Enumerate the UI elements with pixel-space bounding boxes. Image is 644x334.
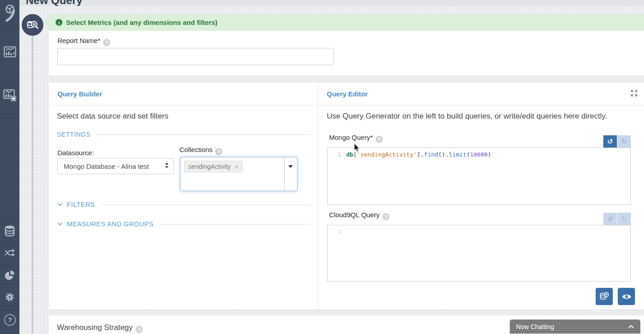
shuffle-icon[interactable] bbox=[0, 248, 19, 258]
divider bbox=[160, 224, 310, 224]
logo-icon[interactable] bbox=[0, 4, 19, 23]
collection-tag[interactable]: sendingActivity× bbox=[184, 161, 243, 172]
chevron-up-icon bbox=[628, 325, 634, 329]
query-editor-panel: Query Editor Use Query Generator on the … bbox=[318, 83, 644, 310]
measures-section-header[interactable]: MEASURES AND GROUPS bbox=[57, 220, 310, 228]
mongo-query-label: Mongo Query*? bbox=[329, 134, 383, 143]
sidebar-divider bbox=[0, 220, 19, 221]
sidebar-divider bbox=[0, 113, 19, 114]
datasource-label: Datasource: bbox=[57, 149, 94, 157]
report-name-label: Report Name*? bbox=[57, 37, 110, 46]
divider bbox=[101, 205, 310, 205]
settings-section-header: SETTINGS bbox=[57, 131, 310, 138]
collections-multiselect[interactable]: sendingActivity× bbox=[180, 157, 297, 191]
help-icon[interactable]: ? bbox=[0, 314, 19, 326]
cloud9ql-query-editor[interactable]: 1 bbox=[327, 225, 631, 282]
page-title: New Query bbox=[26, 0, 82, 6]
query-builder-panel: Query Builder Select data source and set… bbox=[49, 83, 318, 310]
query-editor-title: Query Editor bbox=[327, 90, 368, 98]
page-header: New Query bbox=[19, 0, 644, 6]
query-builder-subtitle: Select data source and set filters bbox=[57, 112, 169, 121]
sidebar-divider bbox=[0, 28, 19, 28]
filters-label: FILTERS bbox=[67, 201, 95, 208]
report-name-input[interactable] bbox=[57, 48, 334, 65]
chat-label: Now Chatting bbox=[516, 323, 554, 330]
chat-widget-bar[interactable]: Now Chatting bbox=[510, 320, 640, 334]
line-number: 1 bbox=[328, 151, 341, 158]
filters-section-header[interactable]: FILTERS bbox=[57, 201, 310, 208]
undo-button[interactable]: ↺ bbox=[603, 135, 617, 148]
report-name-help-icon[interactable]: ? bbox=[103, 39, 110, 46]
add-to-warehouse-button[interactable] bbox=[596, 288, 613, 305]
datasources-icon[interactable] bbox=[0, 225, 19, 237]
banner-notch bbox=[43, 16, 49, 28]
settings-gear-icon[interactable] bbox=[0, 292, 19, 302]
sidebar-divider bbox=[0, 265, 19, 265]
info-icon: i bbox=[56, 19, 62, 26]
sidebar: ? bbox=[0, 0, 19, 334]
line-number: 1 bbox=[328, 229, 341, 235]
datasource-value: Mongo Database - Alina test bbox=[64, 162, 149, 170]
preview-button[interactable] bbox=[618, 288, 635, 305]
cloud9ql-help-icon[interactable]: ? bbox=[382, 213, 390, 220]
remove-tag-icon[interactable]: × bbox=[235, 163, 238, 170]
collections-dropdown-toggle[interactable] bbox=[284, 157, 297, 191]
eye-icon bbox=[621, 293, 632, 301]
warehousing-help-icon[interactable]: ? bbox=[136, 326, 143, 333]
query-panel: Query Builder Select data source and set… bbox=[49, 83, 644, 310]
pie-chart-icon[interactable] bbox=[0, 270, 19, 281]
mongo-undo-redo: ↺ ↻ bbox=[603, 135, 631, 148]
query-actions bbox=[596, 288, 635, 305]
question-glyph: ? bbox=[8, 316, 12, 324]
caret-down-icon bbox=[288, 165, 293, 168]
redo-button[interactable]: ↻ bbox=[617, 213, 631, 225]
metrics-card: i Select Metrics (and any dimensions and… bbox=[49, 14, 644, 76]
mongo-query-editor[interactable]: 1 db['sendingActivity'].find().limit(100… bbox=[327, 148, 631, 205]
chevron-down-icon bbox=[57, 203, 63, 206]
warehousing-title: Warehousing Strategy? bbox=[57, 323, 143, 333]
sidebar-divider bbox=[0, 287, 19, 288]
measures-label: MEASURES AND GROUPS bbox=[67, 220, 154, 228]
database-plus-icon bbox=[599, 291, 609, 301]
select-metrics-banner: i Select Metrics (and any dimensions and… bbox=[49, 14, 644, 31]
expand-icon[interactable] bbox=[630, 89, 638, 97]
dashboards-icon[interactable] bbox=[0, 46, 19, 58]
collections-tags: sendingActivity× bbox=[184, 161, 282, 172]
collections-help-icon[interactable]: ? bbox=[215, 148, 222, 155]
select-arrows-icon bbox=[165, 162, 169, 168]
chevron-down-icon bbox=[57, 222, 63, 226]
mongo-code-text: db['sendingActivity'].find().limit(10000… bbox=[346, 151, 491, 158]
collections-label: Collections? bbox=[179, 146, 222, 155]
divider bbox=[96, 134, 310, 135]
new-widget-icon[interactable] bbox=[0, 89, 19, 104]
mongo-query-help-icon[interactable]: ? bbox=[376, 136, 383, 143]
sidebar-divider bbox=[0, 84, 19, 84]
query-editor-intro: Use Query Generator on the left to build… bbox=[327, 112, 607, 121]
sidebar-divider bbox=[0, 243, 19, 243]
undo-button[interactable]: ↺ bbox=[603, 213, 617, 225]
query-builder-title: Query Builder bbox=[57, 90, 102, 98]
stepper-line bbox=[32, 25, 33, 334]
settings-label: SETTINGS bbox=[57, 131, 90, 138]
cloud9ql-query-label: Cloud9QL Query? bbox=[329, 211, 390, 220]
redo-button[interactable]: ↻ bbox=[617, 135, 631, 148]
banner-text: Select Metrics (and any dimensions and f… bbox=[66, 19, 217, 26]
cloud9ql-undo-redo: ↺ ↻ bbox=[603, 213, 631, 225]
sidebar-divider bbox=[0, 309, 19, 310]
datasource-select[interactable]: Mongo Database - Alina test bbox=[57, 158, 174, 174]
data-search-icon bbox=[26, 19, 39, 31]
query-step-icon bbox=[22, 14, 43, 36]
